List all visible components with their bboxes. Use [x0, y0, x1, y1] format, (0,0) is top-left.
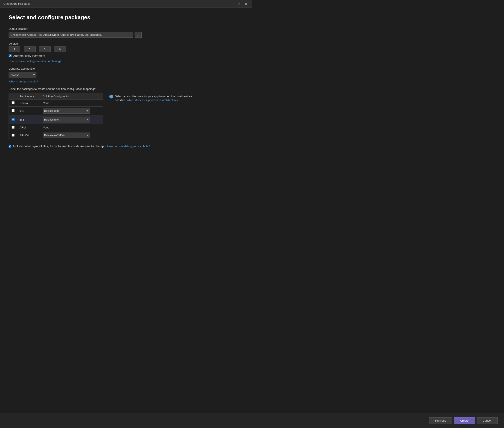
- symbol-files-text: Include public symbol files, if any, to …: [13, 145, 107, 148]
- arch-neutral-config: None: [41, 100, 103, 107]
- arch-x86-config-select[interactable]: Release (x86) Debug (x86): [43, 108, 90, 114]
- output-location-input[interactable]: [8, 32, 133, 38]
- arch-x86-name: x86: [17, 107, 41, 115]
- version-sep-2: .: [37, 48, 38, 51]
- arch-arm-config: None: [41, 124, 103, 131]
- arch-x64-config-cell: Release (x64) Debug (x64): [41, 115, 103, 124]
- arch-arm-name: ARM: [17, 124, 41, 131]
- title-bar: Create App Packages ? ✕: [0, 0, 252, 8]
- version-build[interactable]: [39, 46, 50, 52]
- row-check-cell: [9, 124, 17, 131]
- info-text: Select all architectures for your app to…: [115, 94, 199, 102]
- arch-x64-config-select[interactable]: Release (x64) Debug (x64): [43, 117, 90, 123]
- auto-increment-row: Automatically increment: [8, 54, 244, 58]
- arch-neutral-checkbox[interactable]: [12, 101, 15, 104]
- table-row: x64 Release (x64) Debug (x64): [9, 115, 103, 124]
- version-label: Version:: [8, 42, 244, 45]
- col-header-config: Solution Configuration: [41, 93, 103, 100]
- output-location-row: ...: [8, 32, 244, 38]
- arch-x64-name: x64: [17, 115, 41, 124]
- arch-arm64-config-cell: Release (ARM64) Debug (ARM64): [41, 131, 103, 140]
- col-header-check: [9, 93, 17, 100]
- row-check-cell: [9, 131, 17, 140]
- output-location-label: Output location:: [8, 27, 244, 30]
- browse-button[interactable]: ...: [134, 32, 142, 38]
- bundle-select[interactable]: Always As needed Never: [8, 72, 36, 78]
- version-numbering-link[interactable]: How do I use package version numbering?: [8, 59, 61, 63]
- version-sep-1: .: [22, 48, 23, 51]
- table-row: x86 Release (x86) Debug (x86): [9, 107, 103, 115]
- debugging-symbols-link[interactable]: How do I use debugging symbols?: [107, 145, 150, 148]
- packages-label: Select the packages to create and the so…: [8, 87, 244, 91]
- bundle-row: Always As needed Never: [8, 72, 244, 78]
- row-check-cell: [9, 100, 17, 107]
- info-icon: i: [109, 95, 113, 99]
- page-title: Select and configure packages: [8, 14, 244, 21]
- symbol-row: Include public symbol files, if any, to …: [8, 145, 244, 148]
- table-row: ARM None: [9, 124, 103, 131]
- arch-arm64-checkbox[interactable]: [12, 134, 15, 137]
- packages-area: Architecture Solution Configuration Neut…: [8, 93, 244, 140]
- symbol-files-checkbox[interactable]: [8, 145, 11, 148]
- row-check-cell: [9, 107, 17, 115]
- arch-arm-checkbox[interactable]: [12, 126, 15, 129]
- app-bundle-link[interactable]: What is an app bundle?: [8, 80, 38, 83]
- symbol-files-label: Include public symbol files, if any, to …: [13, 145, 150, 148]
- main-content: Select and configure packages Output loc…: [0, 8, 252, 199]
- arch-arm64-config-select[interactable]: Release (ARM64) Debug (ARM64): [43, 132, 90, 138]
- arch-neutral-name: Neutral: [17, 100, 41, 107]
- row-check-cell: [9, 115, 17, 124]
- version-row: . . .: [8, 46, 244, 52]
- arch-arm64-name: ARM64: [17, 131, 41, 140]
- arch-x86-config-cell: Release (x86) Debug (x86): [41, 107, 103, 115]
- title-bar-title: Create App Packages: [3, 2, 30, 5]
- packages-table: Architecture Solution Configuration Neut…: [9, 93, 103, 140]
- auto-increment-label: Automatically increment: [13, 54, 45, 58]
- title-bar-controls: ? ✕: [236, 2, 249, 6]
- table-row: Neutral None: [9, 100, 103, 107]
- arch-x86-checkbox[interactable]: [12, 109, 15, 112]
- table-row: ARM64 Release (ARM64) Debug (ARM64): [9, 131, 103, 140]
- title-bar-left: Create App Packages: [3, 2, 30, 5]
- col-header-arch: Architecture: [17, 93, 41, 100]
- info-panel: i Select all architectures for your app …: [109, 93, 199, 102]
- arch-x64-checkbox[interactable]: [12, 118, 15, 121]
- packages-table-wrapper: Architecture Solution Configuration Neut…: [8, 93, 103, 140]
- version-sep-3: .: [52, 48, 53, 51]
- help-button[interactable]: ?: [236, 2, 241, 6]
- generate-bundle-label: Generate app bundle:: [8, 67, 244, 70]
- version-minor[interactable]: [24, 46, 36, 52]
- version-revision[interactable]: [54, 46, 66, 52]
- version-major[interactable]: [8, 46, 20, 52]
- close-button[interactable]: ✕: [244, 2, 249, 6]
- auto-increment-checkbox[interactable]: [8, 54, 12, 57]
- devices-support-link[interactable]: Which devices support each architecture?: [127, 99, 178, 102]
